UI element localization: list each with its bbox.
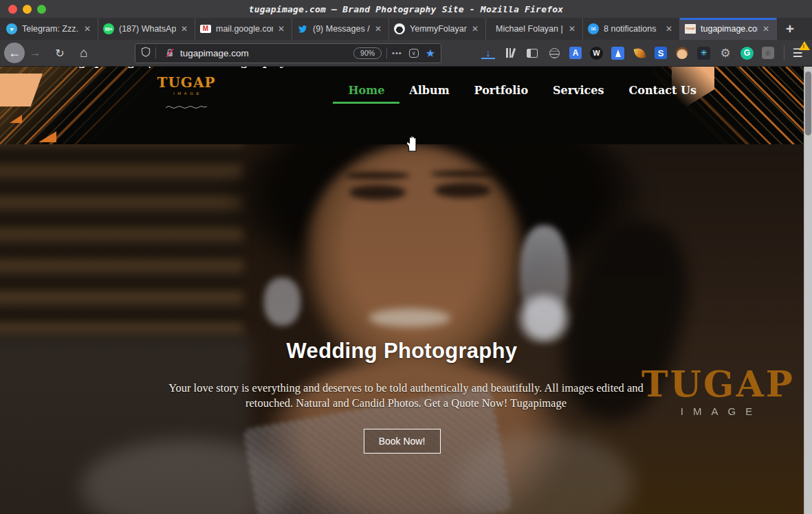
hero-section: Wedding Photography Your love story is e…	[0, 144, 812, 514]
bookmark-star-icon[interactable]: ★	[426, 47, 435, 60]
active-nav-underline	[333, 102, 399, 104]
update-warning-icon: !	[799, 41, 810, 50]
settings-gear-icon[interactable]: ⚙	[718, 46, 732, 60]
new-tab-button[interactable]: +	[777, 18, 803, 40]
tracking-shield-icon[interactable]	[141, 47, 151, 60]
tugap-favicon: TUGAP	[685, 24, 696, 34]
zoom-badge[interactable]: 90%	[353, 47, 382, 59]
watermark-subtitle: IMAGE	[641, 405, 794, 417]
hero-description: Your love story is everything and deserv…	[168, 381, 644, 411]
extension-toolbar: ↓ A W S ✳ ⚙ G e	[481, 46, 782, 60]
page-scrollbar[interactable]	[804, 67, 812, 514]
mail-notification-icon: ✉	[588, 23, 599, 34]
close-tab-icon[interactable]: ✕	[470, 23, 481, 34]
tab-whatsapp[interactable]: 99+ (187) WhatsApp ✕	[98, 18, 195, 40]
s-extension-icon[interactable]: S	[655, 47, 667, 59]
whatsapp-icon: 99+	[103, 23, 114, 34]
globe-extension-icon[interactable]	[547, 46, 561, 60]
tugap-watermark: TUGAP IMAGE	[641, 366, 794, 417]
site-logo[interactable]: TUGAP IMAGE	[155, 74, 217, 113]
scrollbar-thumb[interactable]	[805, 71, 811, 135]
url-bar[interactable]: tugapimage.com 90% ••• ∨ ★	[135, 43, 441, 63]
window-title: tugapimage.com — Brand Photography Site …	[0, 4, 812, 14]
tab-label: mail.google.com	[216, 24, 273, 34]
tab-notifications[interactable]: ✉ 8 notifications ✕	[583, 18, 680, 40]
react-devtools-icon[interactable]: ✳	[697, 47, 710, 60]
firefox-window: tugapimage.com — Brand Photography Site …	[0, 0, 812, 514]
site-header: TUGAP IMAGE Tugapimage | Brand Photograp…	[0, 67, 812, 144]
reload-button[interactable]: ↻	[51, 47, 69, 60]
tab-label: 8 notifications	[604, 24, 661, 34]
close-tab-icon[interactable]: ✕	[179, 23, 190, 34]
tab-label: Telegram: Zzz...	[22, 24, 79, 34]
main-nav: Home Album Portfolio Services Contact Us	[348, 84, 696, 97]
telegram-icon: ➤	[6, 23, 17, 34]
tab-label: tugapimage.com	[701, 24, 758, 34]
hero-photo-background-slats	[0, 144, 243, 362]
titlebar: tugapimage.com — Brand Photography Site …	[0, 0, 812, 18]
bird-extension-icon[interactable]	[633, 46, 646, 60]
lighthouse-icon[interactable]	[611, 47, 624, 60]
pocket-icon[interactable]: ∨	[409, 49, 419, 58]
book-now-button[interactable]: Book Now!	[364, 429, 441, 454]
gmail-icon: M	[200, 25, 211, 33]
logo-title: TUGAP	[155, 74, 217, 91]
nav-item-services[interactable]: Services	[553, 84, 604, 97]
tab-bar: ➤ Telegram: Zzz... ✕ 99+ (187) WhatsApp …	[0, 18, 812, 40]
tab-github[interactable]: YemmyFolayan/ ✕	[389, 18, 486, 40]
close-tab-icon[interactable]: ✕	[373, 23, 384, 34]
tab-label: (187) WhatsApp	[119, 24, 176, 34]
hero-photo-earring-right	[520, 225, 569, 322]
hero-photo-earring-left	[264, 278, 300, 326]
home-button[interactable]: ⌂	[74, 45, 94, 60]
tab-gmail[interactable]: M mail.google.com ✕	[195, 18, 292, 40]
wappalyzer-icon[interactable]: W	[590, 47, 603, 60]
translate-icon[interactable]: A	[569, 47, 582, 59]
url-text[interactable]: tugapimage.com	[180, 48, 353, 58]
close-tab-icon[interactable]: ✕	[760, 23, 771, 34]
close-tab-icon[interactable]: ✕	[567, 23, 578, 34]
avatar-extension-icon[interactable]	[675, 46, 689, 60]
close-tab-icon[interactable]: ✕	[663, 23, 674, 34]
back-button[interactable]: ←	[4, 43, 25, 63]
sidebar-icon[interactable]	[525, 46, 539, 60]
hamburger-menu-icon[interactable]: ☰ !	[787, 43, 808, 63]
nav-item-home[interactable]: Home	[348, 84, 384, 97]
nav-item-contact-us[interactable]: Contact Us	[629, 84, 696, 97]
tab-label: (9) Messages /	[313, 24, 370, 34]
watermark-title: TUGAP	[641, 366, 794, 402]
hero-heading: Wedding Photography	[0, 339, 804, 364]
library-icon[interactable]	[503, 46, 517, 60]
tab-label: Michael Folayan | P	[496, 24, 564, 34]
download-icon[interactable]: ↓	[481, 47, 495, 59]
tab-telegram[interactable]: ➤ Telegram: Zzz... ✕	[1, 18, 98, 40]
github-icon	[394, 23, 405, 34]
insecure-lock-icon[interactable]	[165, 48, 175, 58]
navigation-toolbar: ← → ↻ ⌂ tugapimage.com 90% ••• ∨ ★ ↓ A W	[0, 40, 812, 67]
twitter-icon	[297, 23, 308, 34]
close-tab-icon[interactable]: ✕	[276, 23, 287, 34]
close-tab-icon[interactable]: ✕	[82, 23, 93, 34]
forward-button[interactable]: →	[26, 46, 44, 60]
logo-subtitle: IMAGE	[155, 91, 217, 96]
logo-tagline-script	[155, 100, 217, 113]
hero-dark-overlay	[0, 144, 812, 514]
tab-michael-folayan[interactable]: Michael Folayan | P ✕	[486, 18, 583, 40]
tab-tugapimage-active[interactable]: TUGAP tugapimage.com ✕	[680, 18, 777, 40]
page-actions-dots[interactable]: •••	[392, 49, 402, 57]
site-title: Tugapimage | Brand Photography Site	[62, 67, 317, 68]
nav-item-portfolio[interactable]: Portfolio	[474, 84, 528, 97]
tab-twitter[interactable]: (9) Messages / ✕	[292, 18, 389, 40]
header-decoration-right	[652, 67, 804, 144]
evernote-icon[interactable]: e	[762, 47, 774, 59]
hero-photo-hair	[228, 144, 650, 300]
web-content: TUGAP IMAGE Tugapimage | Brand Photograp…	[0, 67, 812, 514]
grammarly-icon[interactable]: G	[740, 47, 754, 60]
nav-item-album[interactable]: Album	[409, 84, 449, 97]
tab-label: YemmyFolayan/	[410, 24, 467, 34]
